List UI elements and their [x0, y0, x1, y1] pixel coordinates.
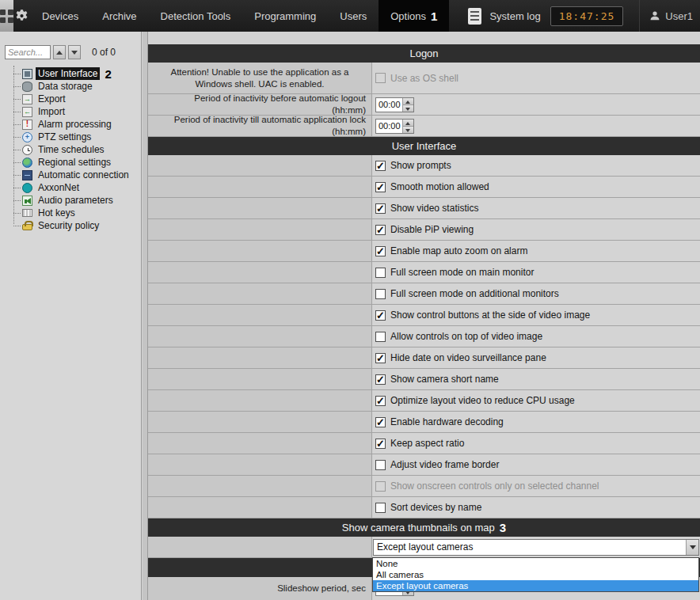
- spin-down-button[interactable]: [403, 105, 413, 112]
- keyboard-icon: [22, 209, 32, 217]
- menu-item-system-log[interactable]: System log: [481, 0, 550, 32]
- tree-item[interactable]: AxxonNet: [8, 181, 141, 194]
- checkbox-cell: Full screen mode on additional monitors: [372, 283, 700, 304]
- section-header-logon: Logon: [148, 44, 700, 63]
- tree-item[interactable]: PTZ settings: [8, 131, 141, 143]
- thumbnails-mode-combobox[interactable]: Except layout cameras: [373, 539, 699, 556]
- checkbox-label: Hide date on video surveillance pane: [390, 352, 546, 363]
- checkbox-cell: Hide date on video surveillance pane: [372, 347, 700, 368]
- checkbox-row: Show camera short name: [148, 369, 700, 390]
- menu-item[interactable]: Users: [328, 0, 379, 32]
- checkbox[interactable]: [375, 503, 386, 513]
- logout-period-value[interactable]: 00:00: [376, 98, 402, 112]
- checkbox[interactable]: [375, 332, 386, 342]
- spin-up-button[interactable]: [403, 98, 413, 105]
- dropdown-option[interactable]: All cameras: [373, 569, 698, 580]
- row-label-spacer: [148, 454, 372, 475]
- checkbox[interactable]: [375, 460, 386, 470]
- dropdown-option[interactable]: None: [373, 558, 698, 569]
- menu-item[interactable]: Options 1: [379, 0, 449, 32]
- chevron-up-icon: [56, 51, 63, 55]
- row-label-spacer: [148, 326, 372, 347]
- checkbox-row: Show control buttons at the side of vide…: [148, 305, 700, 326]
- checkbox-cell: Show camera short name: [372, 369, 700, 389]
- checkbox[interactable]: [375, 246, 386, 256]
- checkbox-label: Enable map auto zoom on alarm: [390, 245, 527, 256]
- checkbox[interactable]: [375, 417, 386, 427]
- gear-icon: [13, 8, 30, 25]
- lock-period-value[interactable]: 00:00: [376, 120, 402, 133]
- search-prev-button[interactable]: [53, 45, 66, 59]
- tree-item[interactable]: User Interface 2: [8, 67, 141, 80]
- checkbox-row: Show prompts: [148, 155, 700, 177]
- checkbox-row: Enable map auto zoom on alarm: [148, 241, 700, 262]
- checkbox[interactable]: [375, 161, 386, 171]
- tree-item[interactable]: Audio parameters: [8, 194, 141, 207]
- tree-item[interactable]: Alarm processing: [8, 118, 141, 131]
- menu-item[interactable]: Archive: [90, 0, 148, 32]
- network-icon: [22, 183, 32, 193]
- checkbox-row: Hide date on video surveillance pane: [148, 347, 700, 369]
- apps-grid-button[interactable]: [0, 0, 13, 32]
- user-menu[interactable]: User1: [639, 0, 700, 32]
- spin-up-button[interactable]: [403, 120, 413, 127]
- logout-period-row: Period of inactivity before automatic lo…: [148, 94, 700, 116]
- row-label-spacer: [148, 347, 372, 368]
- row-label-spacer: [148, 155, 372, 176]
- tree-item[interactable]: Import: [8, 105, 141, 118]
- attention-text: Attention! Unable to use the application…: [148, 63, 372, 93]
- checkbox-label: Show control buttons at the side of vide…: [390, 309, 590, 321]
- checkbox-row: Full screen mode on main monitor: [148, 262, 700, 283]
- lock-period-label: Period of inactivity till automatic appl…: [148, 116, 372, 136]
- chevron-down-icon: [71, 51, 78, 55]
- search-next-button[interactable]: [68, 45, 81, 59]
- row-label-spacer: [148, 497, 372, 518]
- tree-item[interactable]: Export: [8, 93, 141, 105]
- checkbox[interactable]: [375, 396, 386, 406]
- combobox-arrow-button[interactable]: [686, 540, 698, 555]
- checkbox-row: Adjust video frame border: [148, 454, 700, 476]
- section-header-thumbnails: Show camera thumbnails on map 3: [148, 518, 700, 537]
- checkbox-row: Show video statistics: [148, 198, 700, 219]
- checkbox[interactable]: [375, 439, 386, 449]
- dropdown-option[interactable]: Except layout cameras: [373, 580, 698, 591]
- tree-item[interactable]: Time schedules: [8, 143, 141, 156]
- os-shell-control: Use as OS shell: [372, 63, 700, 93]
- monitor-icon: [22, 69, 32, 79]
- checkbox-row: Keep aspect ratio: [148, 433, 700, 454]
- checkbox[interactable]: [375, 374, 386, 385]
- tree-item[interactable]: Automatic connection: [8, 169, 141, 181]
- checkbox-label: Optimize layout video to reduce CPU usag…: [390, 395, 575, 406]
- checkbox[interactable]: [375, 353, 386, 363]
- checkbox[interactable]: [375, 225, 386, 235]
- checkbox[interactable]: [375, 289, 386, 299]
- checkbox[interactable]: [375, 182, 386, 192]
- checkbox-row: Full screen mode on additional monitors: [148, 283, 700, 305]
- checkbox-cell: Optimize layout video to reduce CPU usag…: [372, 390, 700, 411]
- tree-item[interactable]: Regional settings: [8, 156, 141, 169]
- settings-gear-button[interactable]: [13, 0, 30, 32]
- checkbox-cell: Disable PiP viewing: [372, 219, 700, 240]
- lock-period-control: 00:00: [372, 116, 700, 136]
- checkbox[interactable]: [375, 203, 386, 214]
- tree-item[interactable]: Data storage: [8, 80, 141, 93]
- tree-item[interactable]: Security policy: [8, 219, 141, 232]
- checkbox[interactable]: [375, 481, 386, 492]
- checkbox[interactable]: [375, 268, 386, 278]
- row-label-spacer: [148, 305, 372, 325]
- application-window: Devices Archive Detection Tools Programm…: [0, 0, 700, 600]
- tree-item[interactable]: Hot keys: [8, 207, 141, 219]
- search-input[interactable]: [5, 45, 51, 59]
- checkbox-cell: Keep aspect ratio: [372, 433, 700, 454]
- checkbox[interactable]: [375, 310, 386, 321]
- menu-item[interactable]: Programming: [242, 0, 328, 32]
- thumbnails-mode-row: Except layout cameras: [148, 537, 700, 558]
- menu-item[interactable]: Devices: [30, 0, 90, 32]
- menu-item[interactable]: Detection Tools: [149, 0, 243, 32]
- sidebar-splitter[interactable]: [143, 32, 148, 600]
- row-label-spacer: [148, 537, 372, 557]
- system-log-button[interactable]: [468, 0, 481, 32]
- checkbox-row: Enable hardware decoding: [148, 412, 700, 433]
- search-result-counter: 0 of 0: [92, 47, 116, 58]
- spin-down-button[interactable]: [403, 127, 413, 133]
